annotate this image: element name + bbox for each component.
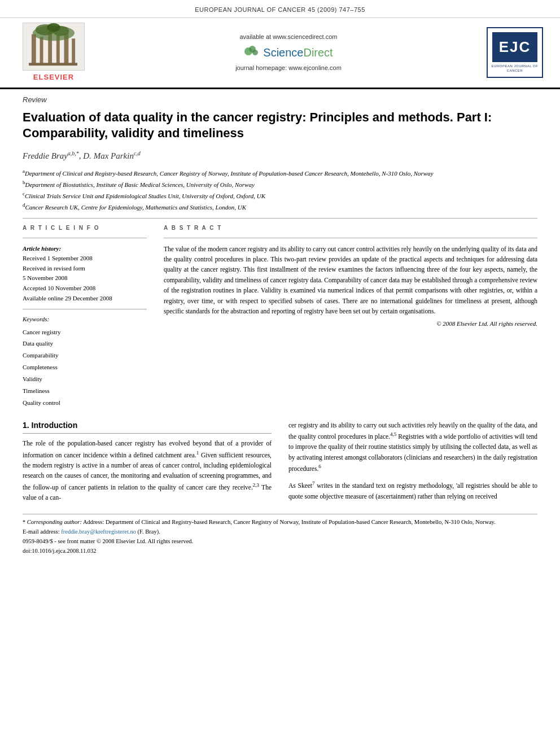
sciencedirect-icon	[244, 45, 261, 60]
divider-keywords	[23, 309, 147, 309]
authors: Freddie Braya,b,*, D. Max Parkinc,d	[23, 150, 537, 162]
intro-right: cer registry and its ability to carry ou…	[288, 420, 537, 503]
keyword-6: Timeliness	[23, 385, 147, 397]
article-info-col: A R T I C L E I N F O Article history: R…	[23, 224, 147, 409]
article-title: Evaluation of data quality in the cancer…	[23, 110, 537, 142]
copyright: © 2008 Elsevier Ltd. All rights reserved…	[164, 320, 537, 328]
affiliation-b: bDepartment of Biostatistics, Institute …	[23, 179, 537, 189]
footnote-doi: doi:10.1016/j.ejca.2008.11.032	[23, 547, 537, 556]
journal-name: EUROPEAN JOURNAL OF CANCER 45 (2009) 747…	[195, 6, 365, 13]
svg-rect-2	[40, 37, 43, 65]
article-info-label: A R T I C L E I N F O	[23, 224, 147, 232]
ejc-subtitle: EUROPEAN JOURNAL OF CANCER	[488, 64, 542, 73]
author2-sup: c,d	[134, 150, 141, 156]
divider-abstract	[164, 238, 537, 238]
svg-point-14	[252, 50, 258, 55]
divider-article-info	[23, 238, 147, 238]
keyword-1: Cancer registry	[23, 326, 147, 338]
received-revised: 5 November 2008	[23, 273, 147, 283]
intro-paragraph2: cer registry and its ability to carry ou…	[288, 420, 537, 474]
svg-rect-1	[32, 34, 36, 65]
affiliation-d: dCancer Research UK, Centre for Epidemio…	[23, 202, 537, 212]
intro-section: 1. Introduction The role of the populati…	[23, 420, 537, 503]
footnote-star: * Corresponding author: Address: Departm…	[23, 518, 537, 527]
svg-rect-6	[72, 39, 75, 65]
intro-paragraph1: The role of the population-based cancer …	[23, 438, 272, 503]
footnote-email: E-mail address: freddie.bray@kreftregist…	[23, 527, 537, 537]
intro-heading: 1. Introduction	[23, 420, 272, 434]
abstract-label: A B S T R A C T	[164, 224, 537, 232]
keyword-4: Completeness	[23, 361, 147, 373]
email-link[interactable]: freddie.bray@kreftregisteret.no	[61, 528, 136, 535]
keyword-5: Validity	[23, 373, 147, 385]
affiliations: aDepartment of Clinical and Registry-bas…	[23, 168, 537, 212]
keyword-3: Comparability	[23, 350, 147, 361]
keywords-list: Cancer registry Data quality Comparabili…	[23, 326, 147, 409]
affiliation-c: cClinical Trials Service Unit and Epidem…	[23, 190, 537, 200]
svg-rect-7	[29, 63, 77, 66]
corresponding-author-label: Corresponding author:	[27, 519, 82, 525]
review-label: Review	[23, 95, 537, 105]
intro-left: 1. Introduction The role of the populati…	[23, 420, 272, 503]
author1-sup: a,b,*	[68, 150, 79, 156]
two-col-info: A R T I C L E I N F O Article history: R…	[23, 224, 537, 409]
keywords-section: Keywords: Cancer registry Data quality C…	[23, 315, 147, 409]
abstract-text: The value of the modern cancer registry …	[164, 244, 537, 317]
elsevier-label: ELSEVIER	[33, 72, 74, 82]
intro-two-col: 1. Introduction The role of the populati…	[23, 420, 537, 503]
keyword-7: Quality control	[23, 397, 147, 409]
sciencedirect-logo: ScienceDirect	[90, 45, 487, 60]
article-history: Article history: Received 1 September 20…	[23, 244, 147, 304]
author1-name: Freddie Braya,b,*	[23, 151, 79, 160]
svg-point-11	[47, 23, 60, 32]
abstract-col: A B S T R A C T The value of the modern …	[164, 224, 537, 409]
ejc-logo: EJC EUROPEAN JOURNAL OF CANCER	[487, 27, 543, 78]
accepted: Accepted 10 November 2008	[23, 283, 147, 294]
ejc-label: EJC	[492, 32, 538, 62]
footnote-section: * Corresponding author: Address: Departm…	[23, 514, 537, 556]
top-banner: ELSEVIER available at www.sciencedirect.…	[0, 18, 560, 89]
divider-affiliations	[23, 218, 537, 219]
history-label: Article history:	[23, 244, 147, 254]
received1: Received 1 September 2008	[23, 254, 147, 264]
intro-paragraph3: As Skeet7 writes in the standard text on…	[288, 479, 537, 501]
journal-header-bar: EUROPEAN JOURNAL OF CANCER 45 (2009) 747…	[0, 0, 560, 18]
homepage-text: journal homepage: www.ejconline.com	[90, 64, 487, 72]
keywords-label: Keywords:	[23, 315, 147, 324]
elsevier-tree-image	[23, 23, 85, 71]
sciencedirect-text: ScienceDirect	[263, 45, 333, 60]
available-online: Available online 29 December 2008	[23, 294, 147, 304]
received-revised-label: Received in revised form	[23, 264, 147, 274]
available-text: available at www.sciencedirect.com	[90, 33, 487, 41]
elsevier-logo: ELSEVIER	[17, 23, 90, 82]
footnote-issn: 0959-8049/$ - see front matter © 2008 El…	[23, 537, 537, 547]
author2-name: D. Max Parkinc,d	[83, 151, 141, 160]
keyword-2: Data quality	[23, 338, 147, 350]
main-content: Review Evaluation of data quality in the…	[0, 89, 560, 567]
center-header: available at www.sciencedirect.com Scien…	[90, 33, 487, 73]
affiliation-a: aDepartment of Clinical and Registry-bas…	[23, 168, 537, 178]
